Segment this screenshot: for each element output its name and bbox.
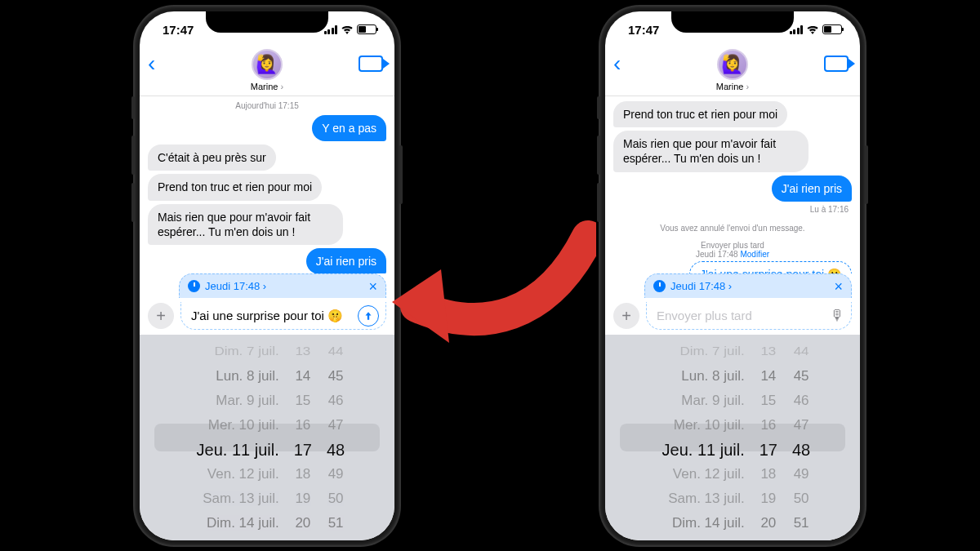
dictate-icon[interactable]: 🎙: [830, 307, 844, 324]
send-button[interactable]: [358, 305, 379, 327]
date-time-picker[interactable]: Sam. 6 juil. Dim. 7 juil. Lun. 8 juil. M…: [140, 335, 394, 540]
avatar[interactable]: 🙋‍♀️: [252, 49, 283, 80]
message-sent[interactable]: J'ai rien pris: [306, 248, 386, 273]
phone-left: 17:47 ‹ 🙋‍♀️ Marine Aujourd'hui 17:15 Y …: [135, 7, 399, 545]
back-button[interactable]: ‹: [148, 52, 155, 75]
schedule-time-label: Jeudi 17:48 ›: [670, 280, 732, 292]
scheduled-message[interactable]: J'ai une surprise pour toi 🤫: [689, 261, 852, 273]
battery-icon: [357, 24, 376, 34]
signal-icon: [324, 25, 338, 34]
compose-area: Jeudi 17:48 › × + Envoyer plus tard 🎙: [605, 273, 860, 335]
modify-link[interactable]: Modifier: [740, 250, 769, 259]
unsend-notice: Vous avez annulé l'envoi d'un message.: [613, 224, 852, 233]
date-time-picker[interactable]: Sam. 6 juil. Dim. 7 juil. Lun. 8 juil. M…: [605, 335, 860, 540]
phone-right: 17:47 ‹ 🙋‍♀️ Marine Prend ton truc et ri…: [600, 7, 865, 545]
wifi-icon: [806, 24, 819, 34]
compose-text: J'ai une surprise pour toi 🤫: [191, 309, 343, 323]
message-received[interactable]: Prend ton truc et rien pour moi: [148, 174, 322, 200]
annotation-arrow-icon: [384, 220, 596, 351]
facetime-icon[interactable]: [824, 56, 849, 72]
message-received[interactable]: Mais rien que pour m'avoir fait espérer.…: [148, 204, 343, 245]
clock-icon: [653, 280, 666, 292]
message-sent[interactable]: J'ai rien pris: [772, 176, 852, 202]
back-button[interactable]: ‹: [613, 52, 621, 75]
compose-placeholder: Envoyer plus tard: [657, 309, 752, 322]
signal-icon: [790, 25, 804, 34]
close-icon[interactable]: ×: [834, 279, 843, 294]
message-sent[interactable]: Y en a pas: [312, 115, 386, 141]
wifi-icon: [341, 24, 354, 34]
scheduled-header: Envoyer plus tard Jeudi 17:48 Modifier: [613, 241, 852, 259]
compose-input[interactable]: Envoyer plus tard 🎙: [646, 302, 852, 330]
message-received[interactable]: Prend ton truc et rien pour moi: [613, 101, 787, 127]
attach-button[interactable]: +: [613, 303, 639, 329]
schedule-time-label: Jeudi 17:48 ›: [205, 280, 266, 292]
attach-button[interactable]: +: [148, 303, 174, 329]
chat-scroll[interactable]: Aujourd'hui 17:15 Y en a pas C'était à p…: [140, 96, 394, 273]
contact-name[interactable]: Marine: [716, 82, 749, 91]
schedule-pill[interactable]: Jeudi 17:48 › ×: [179, 273, 386, 298]
contact-name[interactable]: Marine: [251, 82, 283, 91]
compose-area: Jeudi 17:48 › × + J'ai une surprise pour…: [140, 273, 394, 335]
battery-icon: [822, 24, 842, 34]
read-receipt: Lu à 17:16: [810, 205, 849, 214]
message-received[interactable]: C'était à peu près sur: [148, 144, 276, 171]
nav-header: ‹ 🙋‍♀️ Marine: [140, 47, 394, 96]
schedule-pill[interactable]: Jeudi 17:48 › ×: [644, 273, 852, 298]
nav-header: ‹ 🙋‍♀️ Marine: [605, 47, 860, 96]
compose-input[interactable]: J'ai une surprise pour toi 🤫: [180, 302, 386, 330]
message-received[interactable]: Mais rien que pour m'avoir fait espérer.…: [613, 131, 808, 171]
day-header: Aujourd'hui 17:15: [148, 101, 386, 110]
facetime-icon[interactable]: [359, 56, 383, 72]
status-time: 17:47: [628, 23, 659, 37]
chat-scroll[interactable]: Prend ton truc et rien pour moi Mais rie…: [605, 96, 860, 273]
notch: [671, 11, 794, 33]
notch: [206, 11, 328, 33]
status-time: 17:47: [163, 23, 194, 37]
avatar[interactable]: 🙋‍♀️: [717, 49, 748, 80]
close-icon[interactable]: ×: [368, 279, 377, 294]
clock-icon: [188, 280, 200, 292]
